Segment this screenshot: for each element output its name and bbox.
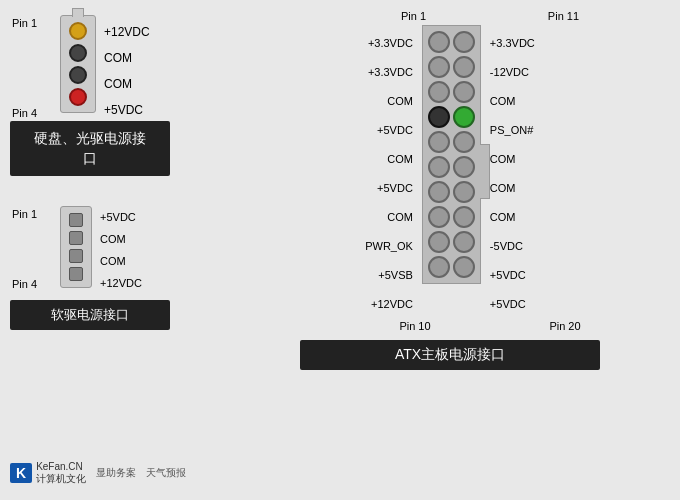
atx-left-2: COM <box>365 88 417 114</box>
floppy-area: Pin 1 Pin 4 +5VDC COM <box>10 186 210 330</box>
floppy-pin4-label: Pin 4 <box>12 278 37 290</box>
atx-pin-6-left <box>428 181 450 203</box>
floppy-connector-wrapper: Pin 1 Pin 4 +5VDC COM <box>60 206 142 292</box>
atx-row-3 <box>428 106 475 128</box>
atx-pin-4-right <box>453 131 475 153</box>
atx-right-3: PS_ON# <box>486 117 535 143</box>
atx-pin-5-left <box>428 156 450 178</box>
atx-right-9: +5VDC <box>486 291 535 317</box>
atx-pin-2-left <box>428 81 450 103</box>
hdd-pin-2 <box>69 44 87 62</box>
atx-left-6: COM <box>365 204 417 230</box>
hdd-area: Pin 1 Pin 4 +12VDC <box>10 10 210 176</box>
atx-right-2: COM <box>486 88 535 114</box>
atx-row-1 <box>428 56 475 78</box>
atx-row-7 <box>428 206 475 228</box>
atx-left-8: +5VSB <box>365 262 417 288</box>
atx-pin-1-left <box>428 56 450 78</box>
floppy-label-2: COM <box>100 230 142 248</box>
floppy-labels: +5VDC COM COM +12VDC <box>100 206 142 292</box>
right-section: Pin 1 Pin 11 +3.3VDC +3.3VDC COM +5VDC C… <box>230 10 670 456</box>
atx-right-labels: +3.3VDC -12VDC COM PS_ON# COM COM COM -5… <box>486 25 535 317</box>
floppy-label-3: COM <box>100 252 142 270</box>
floppy-plug <box>60 206 92 288</box>
left-section: Pin 1 Pin 4 +12VDC <box>10 10 210 456</box>
floppy-pin-2 <box>69 231 83 245</box>
atx-pin-9-left <box>428 256 450 278</box>
atx-right-8: +5VDC <box>486 262 535 288</box>
atx-pin-0-right <box>453 31 475 53</box>
atx-pin-9-right <box>453 256 475 278</box>
hdd-pin4-label: Pin 4 <box>12 107 37 119</box>
atx-row-8 <box>428 231 475 253</box>
floppy-pin-4 <box>69 267 83 281</box>
atx-left-4: COM <box>365 146 417 172</box>
atx-notch <box>480 144 490 199</box>
atx-pin-7-right <box>453 206 475 228</box>
floppy-label-1: +5VDC <box>100 208 142 226</box>
atx-left-5: +5VDC <box>365 175 417 201</box>
atx-row-9 <box>428 256 475 278</box>
atx-left-1: +3.3VDC <box>365 59 417 85</box>
brand-badge: K KeFan.CN 计算机文化 <box>10 461 86 485</box>
hdd-labels: +12VDC COM COM +5VDC <box>104 15 150 121</box>
floppy-pin-1 <box>69 213 83 227</box>
atx-right-7: -5VDC <box>486 233 535 259</box>
top-section: Pin 1 Pin 4 +12VDC <box>10 10 670 456</box>
atx-desc-box: ATX主板电源接口 <box>300 340 600 370</box>
hdd-pin-3 <box>69 66 87 84</box>
hdd-label-2: COM <box>104 47 150 69</box>
atx-pin10-bottom: Pin 10 <box>399 320 430 332</box>
main-container: Pin 1 Pin 4 +12VDC <box>0 0 680 500</box>
atx-pin-4-left <box>428 131 450 153</box>
atx-pin-6-right <box>453 181 475 203</box>
floppy-label-4: +12VDC <box>100 274 142 292</box>
atx-row-4 <box>428 131 475 153</box>
bottom-text2: 天气预报 <box>146 466 186 480</box>
atx-pin-7-left <box>428 206 450 228</box>
bottom-bar: K KeFan.CN 计算机文化 显助务案 天气预报 <box>10 456 670 490</box>
atx-pin-0-left <box>428 31 450 53</box>
atx-left-3: +5VDC <box>365 117 417 143</box>
atx-right-5: COM <box>486 175 535 201</box>
atx-pin-3-left <box>428 106 450 128</box>
floppy-desc-box: 软驱电源接口 <box>10 300 170 330</box>
hdd-label-4: +5VDC <box>104 99 150 121</box>
hdd-pin-1 <box>69 22 87 40</box>
atx-left-labels: +3.3VDC +3.3VDC COM +5VDC COM +5VDC COM … <box>365 25 417 317</box>
hdd-pin-4 <box>69 88 87 106</box>
atx-row-6 <box>428 181 475 203</box>
atx-connector-area: +3.3VDC +3.3VDC COM +5VDC COM +5VDC COM … <box>365 25 535 317</box>
atx-left-7: PWR_OK <box>365 233 417 259</box>
atx-pin-2-right <box>453 81 475 103</box>
atx-right-1: -12VDC <box>486 59 535 85</box>
atx-left-0: +3.3VDC <box>365 30 417 56</box>
brand-k: K <box>10 463 32 483</box>
atx-right-0: +3.3VDC <box>486 30 535 56</box>
atx-pin-1-right <box>453 56 475 78</box>
hdd-connector-wrapper: Pin 1 Pin 4 +12VDC <box>60 15 150 121</box>
floppy-pin1-label: Pin 1 <box>12 208 37 220</box>
hdd-plug <box>60 15 96 113</box>
atx-pin-8-right <box>453 231 475 253</box>
atx-row-2 <box>428 81 475 103</box>
atx-pin-3-right <box>453 106 475 128</box>
floppy-pin-3 <box>69 249 83 263</box>
atx-plug <box>422 25 481 284</box>
hdd-label-3: COM <box>104 73 150 95</box>
atx-wrapper: Pin 1 Pin 11 +3.3VDC +3.3VDC COM +5VDC C… <box>260 10 640 370</box>
atx-left-9: +12VDC <box>365 291 417 317</box>
atx-pin-5-right <box>453 156 475 178</box>
bottom-text1: 显助务案 <box>96 466 136 480</box>
atx-pin1-top: Pin 1 <box>401 10 426 22</box>
brand-text: KeFan.CN 计算机文化 <box>36 461 86 485</box>
atx-right-4: COM <box>486 146 535 172</box>
atx-row-0 <box>428 31 475 53</box>
hdd-label-1: +12VDC <box>104 21 150 43</box>
hdd-desc-box: 硬盘、光驱电源接 口 <box>10 121 170 176</box>
atx-pin11-top: Pin 11 <box>548 10 579 22</box>
hdd-pin1-label: Pin 1 <box>12 17 37 29</box>
atx-pin20-bottom: Pin 20 <box>549 320 580 332</box>
atx-row-5 <box>428 156 475 178</box>
atx-right-6: COM <box>486 204 535 230</box>
